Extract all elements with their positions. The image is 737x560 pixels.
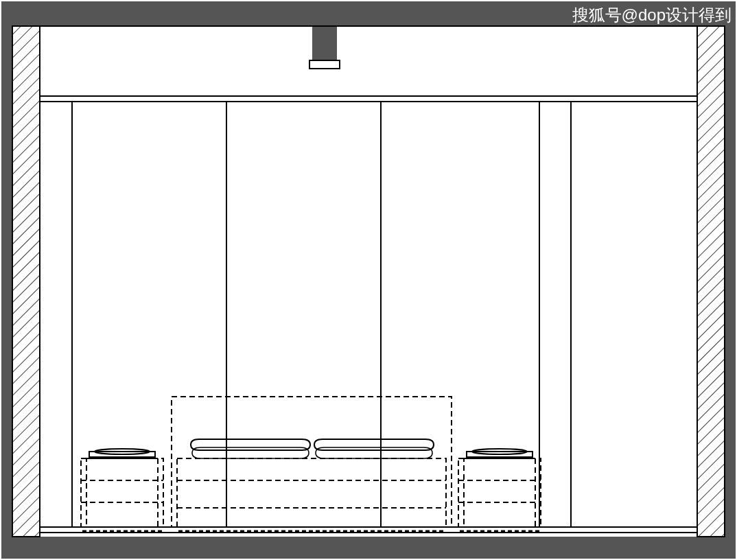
structural-frame [1,1,736,559]
svg-rect-29 [464,458,535,527]
wall-panels [72,102,571,527]
nightstand-left [81,449,163,527]
nightstand-right [458,449,541,527]
svg-rect-28 [458,458,541,527]
wall-section-hatch [12,26,725,537]
svg-rect-19 [177,458,446,527]
svg-rect-4 [725,1,736,559]
svg-rect-2 [1,537,736,559]
watermark-text: 搜狐号@dop设计得到 [572,4,732,26]
bed-pillows [191,439,434,458]
svg-rect-7 [12,26,40,537]
ceiling-valance [40,96,697,102]
bed [172,397,452,527]
svg-rect-6 [309,60,340,69]
svg-rect-22 [81,458,163,527]
elevation-drawing [0,0,737,560]
svg-rect-23 [86,458,158,527]
svg-rect-8 [697,26,725,537]
svg-rect-3 [1,1,12,559]
